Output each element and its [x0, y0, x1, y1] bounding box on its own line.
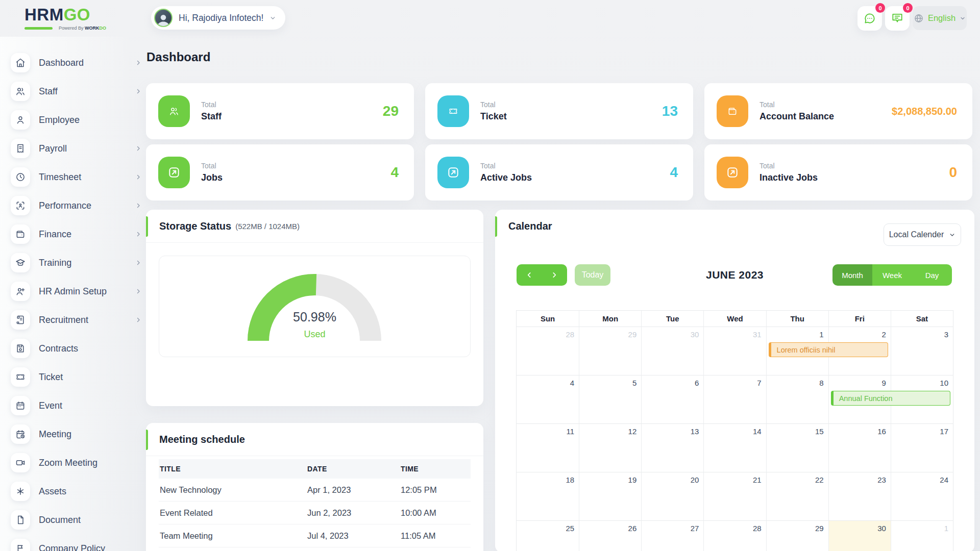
- stat-label: Active Jobs: [480, 172, 532, 183]
- calendar-source-label: Local Calender: [889, 230, 944, 239]
- meeting-schedule-card: Meeting schedule TITLE DATE TIME New Tec…: [146, 423, 483, 551]
- asterisk-icon: [11, 482, 30, 501]
- sidebar-item-recruitment[interactable]: Recruitment: [11, 310, 141, 330]
- calendar-day-30-muted[interactable]: 30: [641, 327, 703, 375]
- chevron-down-icon: [960, 15, 966, 21]
- notifications-badge: 0: [903, 3, 913, 13]
- user-menu[interactable]: Hi, Rajodiya Infotech!: [151, 6, 285, 30]
- day-header-sun: Sun: [517, 311, 579, 327]
- calendar-day-12[interactable]: 12: [579, 424, 641, 472]
- sidebar-item-timesheet[interactable]: Timesheet: [11, 167, 141, 187]
- day-header-thu: Thu: [766, 311, 828, 327]
- language-selector[interactable]: English: [913, 6, 967, 30]
- calendar-day-6[interactable]: 6: [641, 375, 703, 423]
- calendar-icon: [11, 396, 30, 415]
- meeting-date: Apr 1, 2023: [306, 485, 400, 495]
- meeting-title: Team Meeting: [159, 531, 306, 541]
- calendar-day-5[interactable]: 5: [579, 375, 641, 423]
- receipt-icon: [11, 139, 30, 158]
- sidebar-item-hr-admin-setup[interactable]: HR Admin Setup: [11, 282, 141, 301]
- calendar-day-17[interactable]: 17: [891, 424, 953, 472]
- storage-percent: 50.98%: [159, 310, 470, 324]
- chevron-right-icon: [135, 174, 141, 180]
- calendar-day-16[interactable]: 16: [828, 424, 891, 472]
- calendar-view-week[interactable]: Week: [872, 264, 912, 286]
- calendar-event-lorem-officiis-nihil[interactable]: Lorem officiis nihil: [769, 342, 888, 357]
- calendar-day-11[interactable]: 11: [517, 424, 579, 472]
- calendar-day-14[interactable]: 14: [703, 424, 766, 472]
- sidebar-item-label: Employee: [39, 115, 80, 126]
- stat-label: Staff: [201, 111, 222, 122]
- calendar-day-22[interactable]: 22: [766, 472, 828, 520]
- calendar-day-4[interactable]: 4: [517, 375, 579, 423]
- clock-icon: [11, 167, 30, 187]
- sidebar-item-document[interactable]: Document: [11, 510, 141, 530]
- calendar-day-20[interactable]: 20: [641, 472, 703, 520]
- calendar-day-31-muted[interactable]: 31: [703, 327, 766, 375]
- sidebar-item-assets[interactable]: Assets: [11, 482, 141, 501]
- calendar-day-29-muted[interactable]: 29: [579, 327, 641, 375]
- storage-capacity: (522MB / 1024MB): [235, 222, 300, 231]
- calendar-day-13[interactable]: 13: [641, 424, 703, 472]
- user-plus-icon: [11, 282, 30, 301]
- calendar-day-27[interactable]: 27: [641, 521, 703, 551]
- calendar-day-headers: SunMonTueWedThuFriSat: [516, 310, 953, 327]
- stat-value: 13: [662, 103, 678, 119]
- calendar-view-day[interactable]: Day: [912, 264, 952, 286]
- sidebar-item-company-policy[interactable]: Company Policy: [11, 539, 141, 551]
- calendar-day-24[interactable]: 24: [891, 472, 953, 520]
- sidebar-item-label: Ticket: [39, 372, 63, 383]
- messages-button[interactable]: 0: [857, 6, 882, 31]
- calendar-event-annual-function[interactable]: Annual Function: [831, 391, 950, 406]
- calendar-day-19[interactable]: 19: [579, 472, 641, 520]
- app-logo[interactable]: HRMGO Powered By WORKDO: [24, 6, 106, 31]
- calendar-day-29[interactable]: 29: [766, 521, 828, 551]
- calendar-day-23[interactable]: 23: [828, 472, 891, 520]
- calendar-day-18[interactable]: 18: [517, 472, 579, 520]
- stat-card-account-balance: TotalAccount Balance$2,088,850.00: [704, 83, 972, 139]
- wallet-icon: [717, 95, 748, 127]
- ticket-icon: [11, 367, 30, 387]
- sidebar-item-employee[interactable]: Employee: [11, 110, 141, 130]
- file-icon: [11, 510, 30, 530]
- calendar-week-1: 28293031123Lorem officiis nihil: [516, 327, 953, 375]
- stat-prefix: Total: [760, 101, 834, 109]
- sidebar-item-training[interactable]: Training: [11, 253, 141, 272]
- calendar-day-8[interactable]: 8: [766, 375, 828, 423]
- sidebar-item-label: Event: [39, 400, 62, 411]
- calendar-day-1-muted[interactable]: 1: [891, 521, 953, 551]
- calendar-day-30[interactable]: 30: [828, 521, 891, 551]
- notifications-button[interactable]: 0: [885, 6, 910, 31]
- calendar-day-21[interactable]: 21: [703, 472, 766, 520]
- sidebar-item-dashboard[interactable]: Dashboard: [11, 53, 141, 72]
- calendar-day-28[interactable]: 28: [703, 521, 766, 551]
- calendar-day-15[interactable]: 15: [766, 424, 828, 472]
- storage-used-label: Used: [159, 329, 470, 340]
- calendar-view-month[interactable]: Month: [832, 264, 872, 286]
- sidebar-item-payroll[interactable]: Payroll: [11, 139, 141, 158]
- stat-card-inactive-jobs: TotalInactive Jobs0: [704, 144, 972, 201]
- messages-badge: 0: [875, 3, 885, 13]
- calendar-day-26[interactable]: 26: [579, 521, 641, 551]
- meeting-table-header: TITLE DATE TIME: [159, 459, 471, 479]
- users-icon: [11, 82, 30, 101]
- sidebar-item-staff[interactable]: Staff: [11, 82, 141, 101]
- greeting-text: Hi, Rajodiya Infotech!: [179, 13, 263, 23]
- sidebar-item-meeting[interactable]: Meeting: [11, 424, 141, 444]
- calendar-day-25[interactable]: 25: [517, 521, 579, 551]
- meeting-date: Jul 4, 2023: [306, 531, 400, 541]
- calendar-source-dropdown[interactable]: Local Calender: [884, 223, 961, 246]
- sidebar-item-finance[interactable]: Finance: [11, 224, 141, 244]
- stat-value: 4: [390, 164, 399, 181]
- calendar-day-7[interactable]: 7: [703, 375, 766, 423]
- calendar-day-3[interactable]: 3: [891, 327, 953, 375]
- calendar-day-28-muted[interactable]: 28: [517, 327, 579, 375]
- sidebar-item-performance[interactable]: Performance: [11, 196, 141, 215]
- sidebar-item-label: Document: [39, 515, 81, 525]
- sidebar-item-contracts[interactable]: Contracts: [11, 339, 141, 358]
- sidebar-item-ticket[interactable]: Ticket: [11, 367, 141, 387]
- sidebar-item-event[interactable]: Event: [11, 396, 141, 415]
- stat-prefix: Total: [760, 162, 818, 170]
- column-date: DATE: [306, 465, 400, 473]
- sidebar-item-zoom-meeting[interactable]: Zoom Meeting: [11, 453, 141, 472]
